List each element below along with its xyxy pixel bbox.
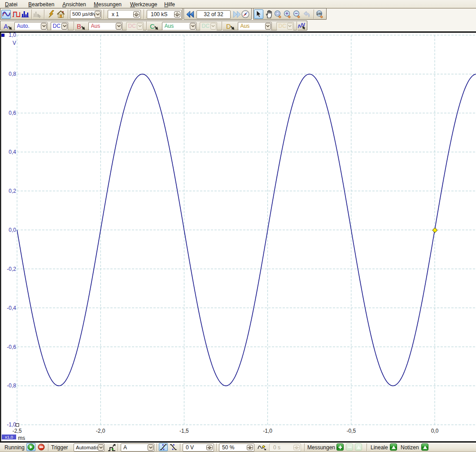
svg-text:-0,2: -0,2 [7, 266, 16, 272]
svg-text:-2,0: -2,0 [96, 428, 105, 434]
svg-text:0,0: 0,0 [9, 227, 16, 233]
svg-text:-2,5: -2,5 [13, 428, 22, 434]
svg-text:0,8: 0,8 [9, 71, 16, 77]
svg-text:-0,4: -0,4 [7, 305, 16, 311]
svg-text:0,0: 0,0 [431, 428, 439, 434]
svg-text:V: V [13, 40, 16, 46]
svg-text:-1,5: -1,5 [179, 428, 189, 434]
svg-text:-0,8: -0,8 [7, 382, 16, 389]
svg-text:0,4: 0,4 [9, 149, 16, 155]
svg-text:-0,6: -0,6 [7, 344, 16, 350]
svg-text:1,0: 1,0 [9, 33, 16, 38]
svg-text:-1,0: -1,0 [7, 422, 16, 428]
svg-text:0,2: 0,2 [9, 188, 16, 194]
svg-text:-0,5: -0,5 [346, 428, 356, 434]
svg-text:0,6: 0,6 [9, 110, 16, 116]
svg-text:x1,0: x1,0 [5, 435, 13, 439]
svg-text:ms: ms [18, 435, 25, 441]
svg-text:-1,0: -1,0 [263, 428, 272, 434]
svg-text:100: 100 [317, 12, 322, 15]
